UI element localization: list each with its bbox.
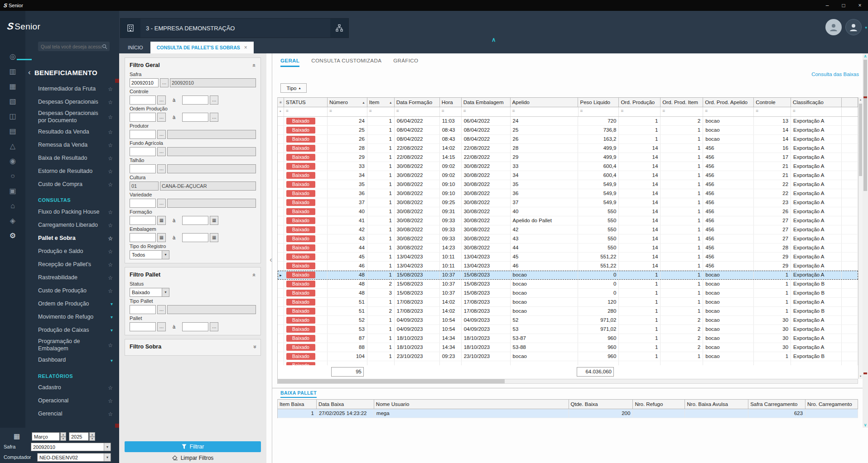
table-row[interactable]: Baixado48315/08/202310:3715/08/2023bocao… <box>278 289 858 298</box>
column-header-ord_prod_apelido[interactable]: Ord. Prod. Apelido <box>703 98 754 107</box>
sidebar-item-estorno-de-resultado[interactable]: Estorno de Resultado☆ <box>25 165 119 178</box>
tipo-registro-select[interactable]: Todos ▼ <box>130 250 169 259</box>
chevron-down-icon[interactable]: ▼ <box>162 288 169 296</box>
chevron-down-icon[interactable]: ▾ <box>111 358 113 363</box>
column-header-data_formacao[interactable]: Data Formação <box>395 98 440 107</box>
table-row[interactable]: Baixado46113/04/202310:1113/04/202346551… <box>278 262 858 271</box>
quality-icon[interactable]: △ <box>10 142 15 150</box>
tipo-pallet-input[interactable] <box>130 305 156 314</box>
safra-input[interactable] <box>130 78 159 87</box>
table-row[interactable]: Baixado53104/09/202310:5404/09/202353971… <box>278 325 858 334</box>
table-row[interactable]: Baixado <box>278 361 858 365</box>
tab-consulta-pallets[interactable]: CONSULTA DE PALLET'S E SOBRAS × <box>150 42 254 53</box>
column-header-ord_prod_item[interactable]: Ord. Prod. Item <box>661 98 703 107</box>
filtrar-button[interactable]: Filtrar <box>125 441 261 452</box>
pallet-to-input[interactable] <box>182 322 208 331</box>
sidebar-item-resultado-da-venda[interactable]: Resultado da Venda☆ <box>25 125 119 138</box>
sidebar-item-carregamento-liberado[interactable]: Carregamento Liberado☆ <box>25 219 119 232</box>
chevron-down-icon[interactable]: ▾ <box>111 315 113 320</box>
tab-geral[interactable]: GERAL <box>280 58 299 67</box>
star-icon[interactable]: ☆ <box>108 142 113 148</box>
controle-to-lookup-button[interactable]: … <box>210 95 218 105</box>
close-tab-icon[interactable]: × <box>244 44 247 51</box>
filter-cell-filler[interactable] <box>842 107 858 116</box>
controle-from-input[interactable] <box>130 95 156 105</box>
production-icon[interactable]: ▦ <box>9 82 16 91</box>
column-header-peso_liquido[interactable]: Peso Liquido <box>578 98 619 107</box>
sidebar-item-intermediador-da-fruta[interactable]: Intermediador da Fruta☆ <box>25 82 119 95</box>
star-icon[interactable]: ☆ <box>108 288 113 294</box>
year-spinner[interactable]: ▲ ▼ <box>89 432 95 441</box>
chevron-down-icon[interactable]: ▾ <box>111 301 113 306</box>
star-icon[interactable]: ☆ <box>108 398 113 404</box>
person-icon[interactable]: ○ <box>10 172 15 180</box>
table-row[interactable]: Baixado35130/08/202209:1030/08/202235549… <box>278 180 858 189</box>
talhao-input[interactable] <box>130 164 156 173</box>
sidebar-item-custo-de-compra[interactable]: Custo de Compra☆ <box>25 178 119 191</box>
page-scrollbar[interactable]: ∧ ∨ <box>863 53 868 428</box>
tab-consulta-customizada[interactable]: CONSULTA CUSTOMIZADA <box>311 58 381 67</box>
collapse-header-chevron-icon[interactable]: ∧ <box>492 36 496 43</box>
sidebar-item-baixa-de-resultado[interactable]: Baixa de Resultado☆ <box>25 152 119 165</box>
column-header-nro-carregamento[interactable]: Nro. Carregamento <box>805 400 858 409</box>
table-row[interactable]: Baixado48215/08/202310:3715/08/2023bocao… <box>278 280 858 289</box>
table-row[interactable]: Baixado45113/04/202310:1113/04/202345551… <box>278 253 858 262</box>
column-header-controle[interactable]: Controle <box>754 98 791 107</box>
embalagem-to-input[interactable] <box>182 233 208 242</box>
expand-group-icon[interactable]: « <box>251 345 258 348</box>
sidebar-item-producao-de-caixas[interactable]: Produção de Caixas▾ <box>25 324 119 337</box>
star-icon[interactable]: ☆ <box>108 209 113 215</box>
filter-cell-data_formacao[interactable]: = <box>395 107 440 116</box>
year-select[interactable]: 2025 <box>69 432 89 441</box>
column-header-nro-refugo[interactable]: Nro. Refugo <box>633 400 685 409</box>
table-row[interactable]: Baixado36130/08/202209:1030/08/202236549… <box>278 189 858 198</box>
tipo-group-button[interactable]: Tipo ▴ <box>280 83 307 93</box>
sidebar-item-ordem-de-producao[interactable]: Ordem de Produção▾ <box>25 297 119 310</box>
month-select[interactable]: Março <box>32 432 60 441</box>
chevron-down-icon[interactable]: ▼ <box>104 443 111 451</box>
table-row[interactable]: Baixado88118/10/202314:3418/10/202353-88… <box>278 343 858 352</box>
collapse-panel-handle[interactable]: ‹ <box>267 253 275 266</box>
column-header-filler[interactable] <box>842 98 858 107</box>
computador-select[interactable]: NEO-DESENV02 ▼ <box>37 453 111 462</box>
back-chevron-icon[interactable]: ‹ <box>28 68 31 77</box>
star-icon[interactable]: ☆ <box>108 342 113 348</box>
filter-cell-data_embalagem[interactable]: = <box>462 107 511 116</box>
ordem-to-lookup-button[interactable]: … <box>210 113 218 122</box>
produtor-input[interactable] <box>130 130 156 139</box>
status-select[interactable]: Baixado ▼ <box>130 288 169 297</box>
spinner-down-icon[interactable]: ▼ <box>60 437 66 441</box>
table-row[interactable]: Baixado42130/08/202209:3330/08/202242550… <box>278 225 858 234</box>
sidebar-item-pallet-e-sobra[interactable]: Pallet e Sobra☆ <box>25 232 119 245</box>
warehouse-icon[interactable]: ⌂ <box>10 202 15 210</box>
table-row[interactable]: Baixado37130/08/202209:2530/08/202237549… <box>278 198 858 207</box>
settings-icon[interactable]: ⚙ <box>10 232 16 240</box>
table-row[interactable]: Baixado41130/08/202209:3330/08/2022Apeli… <box>278 216 858 225</box>
table-row[interactable]: 127/02/2025 14:23:22mega200623 <box>278 409 858 418</box>
chevron-down-icon[interactable]: ▼ <box>104 453 111 461</box>
scrollbar-thumb[interactable] <box>863 60 867 191</box>
tab-inicio[interactable]: INÍCIO <box>121 42 149 53</box>
sidebar-item-rastreabilidade[interactable]: Rastreabilidade☆ <box>25 271 119 284</box>
spinner-down-icon[interactable]: ▼ <box>89 437 95 441</box>
column-header-data-baixa[interactable]: Data Baixa <box>317 400 374 409</box>
controle-from-lookup-button[interactable]: … <box>157 95 166 105</box>
sidebar-item-remessa-da-venda[interactable]: Remessa da Venda☆ <box>25 138 119 152</box>
star-icon[interactable]: ☆ <box>108 155 113 162</box>
chart-icon[interactable]: ▥ <box>9 67 16 76</box>
filter-cell-indicator[interactable]: ▪ <box>278 107 284 116</box>
pallet-from-lookup-button[interactable]: … <box>157 322 166 331</box>
table-row[interactable]: Baixado44130/08/202214:2330/08/202244550… <box>278 243 858 253</box>
chevron-down-icon[interactable]: ▼ <box>162 251 169 259</box>
partners-icon[interactable]: ◉ <box>10 157 16 165</box>
sidebar-item-recepcao-de-pallet-s[interactable]: Recepção de Pallet's☆ <box>25 258 119 271</box>
filter-cell-status[interactable]: = <box>284 107 328 116</box>
pallet-from-input[interactable] <box>130 322 156 331</box>
star-icon[interactable]: ☆ <box>108 235 113 242</box>
calendar-icon[interactable]: ▦ <box>157 233 166 242</box>
talhao-lookup-button[interactable]: … <box>157 164 166 173</box>
table-row[interactable]: ▸Baixado48115/08/202310:3715/08/2023boca… <box>278 271 858 280</box>
sidebar-item-despesas-operacionais[interactable]: Despesas Operacionais☆ <box>25 95 119 109</box>
sidebar-item-fluxo-do-packing-house[interactable]: Fluxo do Packing House☆ <box>25 205 119 219</box>
controle-to-input[interactable] <box>182 95 208 105</box>
